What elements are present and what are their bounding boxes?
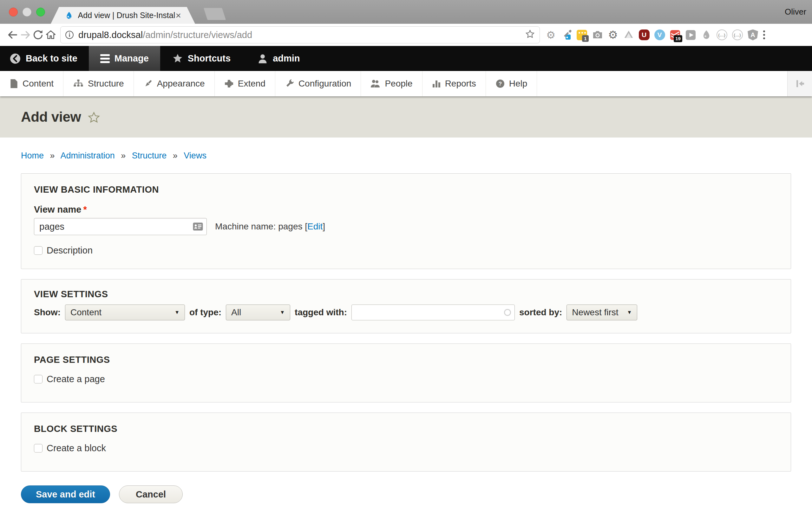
tagged-with-input[interactable] (351, 304, 515, 320)
favorite-star-icon[interactable] (87, 111, 101, 124)
sorted-by-label: sorted by: (519, 307, 562, 318)
vimeo-extension-icon[interactable]: V (654, 29, 665, 41)
shortcuts-button[interactable]: Shortcuts (163, 46, 240, 71)
camera-extension-icon[interactable] (592, 29, 603, 41)
angular-extension-icon[interactable]: A (747, 29, 759, 41)
view-basic-information-fieldset: VIEW BASIC INFORMATION View name* Machin… (21, 173, 791, 269)
description-label[interactable]: Description (47, 245, 93, 256)
bookmark-star-icon[interactable] (525, 29, 535, 41)
braces-extension-icon-2[interactable]: {…} (731, 29, 743, 41)
required-marker: * (83, 205, 87, 215)
show-select[interactable]: Content ▼ (65, 304, 185, 320)
drupal-admin-toolbar: Back to site Manage Shortcuts admin (0, 46, 812, 71)
menu-item-configuration[interactable]: Configuration (275, 71, 361, 96)
fieldset-legend: VIEW BASIC INFORMATION (34, 184, 778, 195)
drupal-extension-icon[interactable] (700, 29, 712, 41)
description-checkbox-row: Description (34, 245, 778, 256)
extension-toolbar: ⚙ 1 ⚙ U V 19 (545, 29, 759, 41)
content-icon (9, 79, 18, 89)
gear-extension-icon[interactable]: ⚙ (545, 29, 557, 41)
autocomplete-throbber-icon (504, 309, 511, 316)
main-content: Home » Administration » Structure » View… (0, 151, 812, 503)
screenshot-badge: 1 (582, 35, 589, 42)
sorted-by-select[interactable]: Newest first ▼ (566, 304, 637, 320)
browser-tab[interactable]: Add view | Drush Site-Install × (51, 7, 195, 24)
close-window-button[interactable] (9, 8, 18, 16)
cancel-button[interactable]: Cancel (119, 486, 183, 503)
manage-label: Manage (114, 53, 149, 64)
browser-menu-icon[interactable] (763, 31, 765, 39)
menu-item-extend[interactable]: Extend (215, 71, 275, 96)
shortcuts-label: Shortcuts (188, 53, 231, 64)
new-tab-button[interactable] (204, 8, 226, 20)
fieldset-legend: BLOCK SETTINGS (34, 424, 778, 434)
play-extension-icon[interactable] (685, 29, 697, 41)
back-button[interactable] (6, 29, 19, 41)
dark-gear-extension-icon[interactable]: ⚙ (607, 29, 619, 41)
back-to-site-button[interactable]: Back to site (0, 46, 87, 71)
admin-user-button[interactable]: admin (248, 46, 309, 71)
menu-item-reports[interactable]: Reports (422, 71, 486, 96)
user-icon (257, 53, 268, 64)
view-name-input[interactable] (34, 218, 207, 235)
minimize-window-button[interactable] (22, 8, 32, 16)
menu-item-help[interactable]: ? Help (486, 71, 537, 96)
create-block-checkbox[interactable] (34, 444, 43, 452)
of-type-select[interactable]: All ▼ (226, 304, 290, 320)
chevron-down-icon: ▼ (168, 309, 180, 315)
page-title: Add view (21, 109, 81, 125)
of-type-label: of type: (189, 307, 221, 318)
home-button[interactable] (44, 29, 57, 41)
svg-text:?: ? (498, 81, 502, 87)
create-page-checkbox[interactable] (34, 375, 43, 383)
todoist-extension-icon[interactable]: 19 (669, 29, 681, 41)
wrench-icon (285, 79, 294, 89)
page-header: Add view (0, 96, 812, 137)
address-bar[interactable]: drupal8.docksal/admin/structure/views/ad… (60, 26, 540, 43)
breadcrumb-home[interactable]: Home (21, 151, 44, 160)
titlebar: Add view | Drush Site-Install × Oliver (0, 0, 812, 24)
drupal-admin-menu: Content Structure Appearance Extend (0, 71, 812, 96)
menu-item-appearance[interactable]: Appearance (134, 71, 215, 96)
back-circle-icon (9, 53, 21, 64)
forward-button[interactable] (19, 29, 32, 41)
screenshot-extension-icon[interactable]: 1 (576, 29, 588, 41)
colorpicker-extension-icon[interactable] (560, 29, 572, 41)
url-text[interactable]: drupal8.docksal/admin/structure/views/ad… (78, 30, 252, 40)
breadcrumb-separator: » (50, 151, 55, 160)
menu-item-people[interactable]: People (361, 71, 422, 96)
collapse-toolbar-button[interactable] (787, 71, 812, 96)
create-block-label[interactable]: Create a block (47, 443, 106, 453)
zoom-window-button[interactable] (36, 8, 45, 16)
description-checkbox[interactable] (34, 246, 43, 255)
admin-user-label: admin (273, 53, 300, 64)
machine-name-edit-link[interactable]: Edit (307, 222, 322, 231)
page-info-icon[interactable] (65, 31, 74, 39)
breadcrumb-administration[interactable]: Administration (61, 151, 115, 160)
breadcrumb: Home » Administration » Structure » View… (21, 151, 791, 161)
back-to-site-label: Back to site (26, 53, 78, 64)
tab-title: Add view | Drush Site-Install (78, 11, 176, 20)
breadcrumb-separator: » (173, 151, 177, 160)
collapse-left-icon (795, 78, 805, 89)
create-page-label[interactable]: Create a page (47, 374, 105, 384)
star-icon (172, 53, 183, 64)
people-icon (370, 79, 380, 89)
show-label: Show: (34, 307, 61, 318)
menu-item-structure[interactable]: Structure (63, 71, 134, 96)
save-and-edit-button[interactable]: Save and edit (21, 486, 110, 503)
reload-button[interactable] (32, 29, 44, 41)
braces-extension-icon-1[interactable]: {…} (716, 29, 728, 41)
menu-item-content[interactable]: Content (0, 71, 63, 96)
ublock-extension-icon[interactable]: U (638, 29, 650, 41)
tab-close-icon[interactable]: × (175, 11, 181, 20)
view-name-label: View name* (34, 205, 778, 215)
drive-extension-icon[interactable] (623, 29, 635, 41)
structure-icon (73, 79, 84, 89)
manage-button[interactable]: Manage (89, 46, 160, 71)
url-host: drupal8.docksal (78, 30, 143, 40)
browser-profile-name[interactable]: Oliver (785, 7, 806, 17)
help-icon: ? (496, 79, 505, 89)
breadcrumb-structure[interactable]: Structure (132, 151, 167, 160)
breadcrumb-views[interactable]: Views (184, 151, 206, 160)
